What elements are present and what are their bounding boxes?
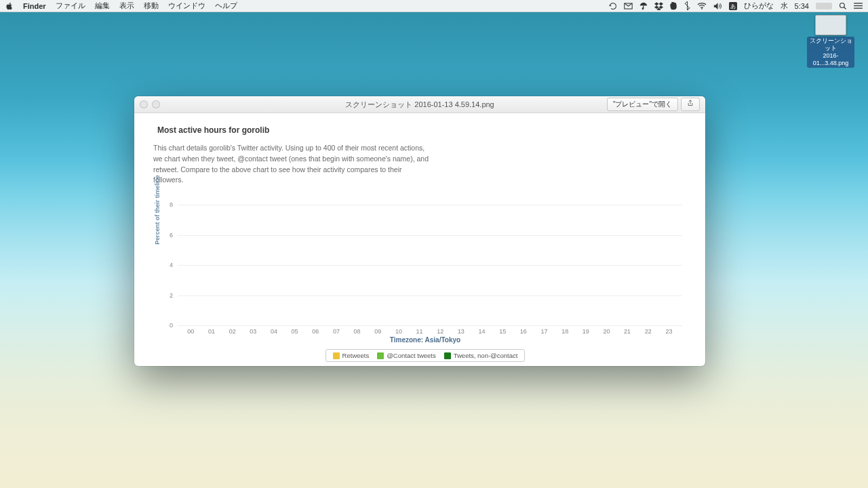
x-tick: 12 [430, 328, 450, 335]
sync-icon[interactable] [609, 2, 617, 10]
x-tick: 21 [617, 328, 637, 335]
quicklook-window: スクリーンショット 2016-01-13 4.59.14.png "プレビュー"… [134, 96, 705, 366]
window-title: スクリーンショット 2016-01-13 4.59.14.png [134, 100, 705, 110]
file-label: スクリーンショット2016-01...3.48.png [807, 37, 854, 68]
spotlight-icon[interactable] [839, 2, 847, 10]
menubar: Finder ファイル 編集 表示 移動 ウインドウ ヘルプ あ ひらがな 水 … [0, 0, 868, 12]
titlebar[interactable]: スクリーンショット 2016-01-13 4.59.14.png "プレビュー"… [134, 96, 705, 113]
clock-time[interactable]: 5:34 [795, 2, 809, 10]
x-tick: 20 [596, 328, 616, 335]
x-tick: 04 [264, 328, 284, 335]
menu-go[interactable]: 移動 [144, 1, 159, 11]
legend-item-contact: @Contact tweets [377, 352, 435, 359]
input-method-icon[interactable]: あ [729, 2, 737, 10]
x-axis-ticks: 0001020304050607080910111213141516171819… [178, 328, 682, 335]
svg-text:あ: あ [730, 3, 736, 9]
menu-app-name[interactable]: Finder [23, 2, 46, 10]
input-method-label[interactable]: ひらがな [744, 1, 774, 11]
svg-point-5 [840, 3, 845, 7]
wifi-icon[interactable] [697, 2, 707, 9]
x-tick: 03 [243, 328, 263, 335]
x-tick: 05 [285, 328, 305, 335]
user-icon[interactable] [816, 3, 832, 9]
chart-description: This chart details gorolib's Twitter act… [153, 143, 431, 186]
menu-file[interactable]: ファイル [56, 1, 85, 11]
y-tick: 0 [170, 322, 173, 329]
x-tick: 01 [201, 328, 222, 335]
clock-day[interactable]: 水 [781, 1, 788, 11]
legend-item-retweets: Retweets [333, 352, 370, 359]
x-tick: 13 [451, 328, 471, 335]
svg-line-6 [844, 7, 846, 9]
x-tick: 08 [347, 328, 368, 335]
x-tick: 15 [492, 328, 513, 335]
x-tick: 09 [368, 328, 388, 335]
x-tick: 11 [410, 328, 430, 335]
chart: Percent of their timeline 02468 00010203… [168, 190, 682, 362]
x-tick: 10 [389, 328, 409, 335]
bluetooth-icon[interactable] [684, 1, 690, 10]
dropbox-icon[interactable] [654, 2, 663, 10]
x-tick: 02 [222, 328, 243, 335]
file-thumbnail-icon [815, 15, 846, 35]
menu-edit[interactable]: 編集 [95, 1, 110, 11]
window-content: Most active hours for gorolib This chart… [134, 113, 705, 369]
x-tick: 18 [555, 328, 575, 335]
svg-point-1 [701, 8, 703, 9]
y-tick: 4 [170, 262, 173, 268]
desktop-file[interactable]: スクリーンショット2016-01...3.48.png [807, 15, 854, 68]
y-axis-label: Percent of their timeline [154, 175, 161, 245]
x-tick: 00 [180, 328, 201, 335]
chart-title: Most active hours for gorolib [157, 125, 686, 135]
y-tick: 6 [170, 232, 173, 239]
y-tick: 2 [170, 292, 173, 299]
x-tick: 19 [576, 328, 596, 335]
umbrella-icon[interactable] [639, 2, 648, 10]
menu-help[interactable]: ヘルプ [215, 1, 237, 11]
x-tick: 22 [638, 328, 658, 335]
x-tick: 06 [305, 328, 326, 335]
menu-view[interactable]: 表示 [119, 1, 134, 11]
apple-icon[interactable] [5, 2, 14, 10]
x-axis-label: Timezone: Asia/Tokyo [168, 336, 682, 344]
plot-area: 02468 [178, 190, 682, 326]
mail-icon[interactable] [624, 2, 633, 10]
notification-center-icon[interactable] [854, 2, 863, 9]
svg-rect-4 [816, 3, 832, 9]
legend-item-tweets: Tweets, non-@contact [444, 352, 518, 359]
volume-icon[interactable] [713, 2, 722, 10]
menu-window[interactable]: ウインドウ [168, 1, 205, 11]
desktop: Finder ファイル 編集 表示 移動 ウインドウ ヘルプ あ ひらがな 水 … [0, 0, 868, 488]
x-tick: 16 [513, 328, 534, 335]
y-tick: 8 [170, 201, 173, 208]
legend: Retweets @Contact tweets Tweets, non-@co… [168, 349, 682, 362]
x-tick: 17 [534, 328, 554, 335]
x-tick: 23 [658, 328, 679, 335]
x-tick: 14 [472, 328, 492, 335]
evernote-icon[interactable] [670, 2, 677, 10]
x-tick: 07 [326, 328, 347, 335]
